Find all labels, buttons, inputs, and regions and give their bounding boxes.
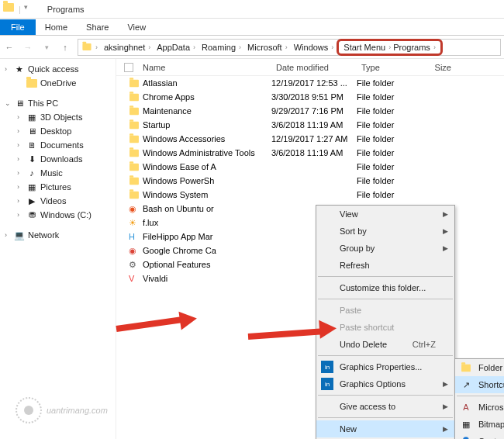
sidebar-onedrive[interactable]: OneDrive — [0, 76, 116, 90]
file-pane: Name Date modified Type Size Atlassian12… — [116, 59, 504, 439]
crumb-aksinghnet[interactable]: aksinghnet› — [101, 43, 154, 52]
breadcrumb[interactable]: › aksinghnet› AppData› Roaming› Microsof… — [78, 39, 501, 56]
desktop-icon: 🖥 — [26, 126, 37, 137]
table-row[interactable]: Windows Administrative Tools3/6/2018 11:… — [116, 146, 504, 160]
sidebar-item-desktop[interactable]: ›🖥Desktop — [0, 124, 116, 138]
new-bitmap[interactable]: ▦Bitmap image — [455, 416, 504, 433]
context-menu: View▶ Sort by▶ Group by▶ Refresh Customi… — [316, 205, 455, 439]
image-icon: ▦ — [26, 181, 37, 192]
file-name: Startup — [143, 120, 170, 130]
file-name: Atlassian — [143, 78, 178, 88]
select-all-checkbox[interactable] — [124, 63, 133, 72]
star-icon: ★ — [14, 64, 25, 74]
network-icon: 💻 — [14, 230, 25, 240]
ctx-new[interactable]: New▶ — [316, 420, 454, 437]
sidebar-item-documents[interactable]: ›🗎Documents — [0, 138, 116, 152]
nav-recent-button[interactable]: ▾ — [37, 38, 56, 57]
column-headers: Name Date modified Type Size — [116, 59, 504, 76]
tab-file[interactable]: File — [0, 19, 36, 35]
ctx-graphics-opts[interactable]: inGraphics Options▶ — [316, 375, 454, 392]
ctx-graphics-props[interactable]: inGraphics Properties... — [316, 358, 454, 375]
sidebar-item-downloads[interactable]: ›⬇Downloads — [0, 152, 116, 166]
sidebar-item-videos[interactable]: ›▶Videos — [0, 194, 116, 208]
ctx-give-access[interactable]: Give access to▶ — [316, 398, 454, 415]
ribbon: File Home Share View — [0, 19, 504, 36]
file-date: 3/6/2018 11:19 AM — [271, 148, 357, 157]
table-row[interactable]: Atlassian12/19/2017 12:53 ...File folder — [116, 76, 504, 90]
file-icon: ◉ — [129, 203, 140, 214]
file-icon: H — [129, 231, 140, 242]
table-row[interactable]: Windows Ease of AFile folder — [116, 160, 504, 174]
contact-icon: 👤 — [460, 435, 472, 439]
nav-back-button[interactable]: ← — [0, 38, 19, 57]
file-type: File folder — [357, 92, 411, 102]
col-type[interactable]: Type — [357, 63, 411, 72]
tab-share[interactable]: Share — [77, 19, 118, 35]
new-access[interactable]: AMicrosoft Access Database — [455, 399, 504, 416]
ctx-sep — [318, 276, 453, 277]
table-row[interactable]: Chrome Apps3/30/2018 9:51 PMFile folder — [116, 90, 504, 104]
new-contact[interactable]: 👤Contact — [455, 433, 504, 439]
doc-icon: 🗎 — [26, 140, 37, 150]
crumb-microsoft[interactable]: Microsoft› — [244, 43, 291, 52]
music-icon: ♪ — [26, 168, 37, 178]
ctx-undo[interactable]: Undo DeleteCtrl+Z — [316, 336, 454, 353]
ctx-refresh[interactable]: Refresh — [316, 257, 454, 274]
window-title: Programs — [40, 5, 85, 14]
file-icon: ☀ — [129, 217, 140, 228]
ctx-paste-shortcut: Paste shortcut — [316, 319, 454, 336]
crumb-appdata[interactable]: AppData› — [154, 43, 198, 52]
tab-home[interactable]: Home — [36, 19, 77, 35]
ctx-groupby[interactable]: Group by▶ — [316, 240, 454, 257]
qat-down-icon[interactable]: ▾ — [24, 3, 36, 16]
ctx-customize[interactable]: Customize this folder... — [316, 279, 454, 296]
sidebar-item-music[interactable]: ›♪Music — [0, 166, 116, 180]
file-name: Chrome Apps — [143, 92, 195, 102]
file-date: 12/19/2017 12:53 ... — [271, 78, 357, 88]
file-type: File folder — [357, 148, 411, 157]
ctx-sortby[interactable]: Sort by▶ — [316, 223, 454, 240]
file-date: 3/30/2018 9:51 PM — [271, 92, 357, 102]
ctx-view[interactable]: View▶ — [316, 206, 454, 223]
sidebar-item-3d[interactable]: ›▦3D Objects — [0, 110, 116, 124]
file-icon — [129, 119, 140, 130]
new-folder[interactable]: Folder — [455, 359, 504, 376]
table-row[interactable]: Startup3/6/2018 11:19 AMFile folder — [116, 118, 504, 132]
intel-icon: in — [321, 361, 333, 373]
file-name: FileHippo App Mar — [143, 232, 213, 241]
ctx-sep — [318, 417, 453, 418]
table-row[interactable]: Windows PowerShFile folder — [116, 174, 504, 188]
file-type: File folder — [357, 134, 411, 143]
crumb-roaming[interactable]: Roaming› — [198, 43, 244, 52]
cube-icon: ▦ — [26, 112, 37, 123]
sidebar-this-pc[interactable]: ⌄🖥This PC — [0, 96, 116, 110]
col-name[interactable]: Name — [116, 63, 271, 72]
ctx-sep — [318, 299, 453, 299]
address-bar-row: ← → ▾ ↑ › aksinghnet› AppData› Roaming› … — [0, 36, 504, 59]
download-icon: ⬇ — [26, 154, 37, 164]
new-shortcut[interactable]: ↗Shortcut — [455, 376, 504, 393]
table-row[interactable]: Windows SystemFile folder — [116, 188, 504, 202]
table-row[interactable]: Maintenance9/29/2017 7:16 PMFile folder — [116, 104, 504, 118]
file-name: Windows Accessories — [143, 134, 225, 143]
file-type: File folder — [357, 120, 411, 130]
nav-fwd-button[interactable]: → — [19, 38, 37, 57]
sidebar-quick-access[interactable]: ›★Quick access — [0, 62, 116, 76]
col-date[interactable]: Date modified — [271, 63, 357, 72]
sidebar-item-pictures[interactable]: ›▦Pictures — [0, 180, 116, 194]
file-type: File folder — [357, 78, 411, 88]
table-row[interactable]: Windows Accessories12/19/2017 1:27 AMFil… — [116, 132, 504, 146]
file-icon: ◉ — [129, 245, 140, 256]
sidebar-item-c-drive[interactable]: ›⛃Windows (C:) — [0, 208, 116, 222]
context-submenu-new: Folder ↗Shortcut AMicrosoft Access Datab… — [454, 358, 504, 439]
sidebar-network[interactable]: ›💻Network — [0, 228, 116, 242]
ctx-paste: Paste — [316, 302, 454, 319]
nav-up-button[interactable]: ↑ — [56, 38, 74, 57]
app-folder-icon — [3, 3, 16, 16]
tab-view[interactable]: View — [118, 19, 155, 35]
file-icon — [129, 92, 140, 102]
crumb-highlighted[interactable]: Start Menu› Programs› — [337, 39, 443, 56]
col-size[interactable]: Size — [411, 63, 457, 72]
crumb-windows[interactable]: Windows› — [291, 43, 337, 52]
file-icon — [129, 175, 140, 186]
